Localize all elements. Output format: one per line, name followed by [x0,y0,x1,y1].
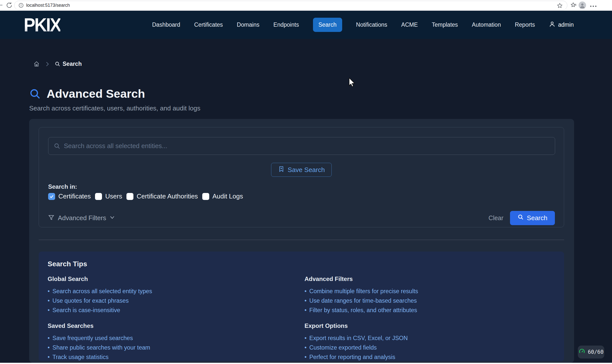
search-icon [55,61,60,67]
tip-item: Search is case-insensitive [48,305,305,315]
breadcrumb-current: Search [63,61,82,67]
tip-item: Filter by status, roles, and other attri… [305,305,564,315]
chevron-down-icon [110,216,115,220]
page-title: Advanced Search [47,87,145,100]
back-button-stub[interactable] [0,5,2,5]
search-input[interactable] [48,137,555,155]
nav-certificates[interactable]: Certificates [194,21,223,28]
nav-dashboard[interactable]: Dashboard [152,21,180,28]
nav-templates[interactable]: Templates [432,21,458,28]
tip-item: Search across all selected entity types [48,286,305,296]
tip-item: Share public searches with your team [48,343,305,352]
tip-item: Use date ranges for time-based searches [305,296,564,305]
browser-menu-icon[interactable] [590,4,597,8]
tip-item: Perfect for reporting and analysis [305,352,564,362]
checkbox-certificate-authorities[interactable]: Certificate Authorities [126,192,198,200]
nav-links: Dashboard Certificates Domains Endpoints… [152,11,574,39]
checkbox-users[interactable]: Users [95,192,122,200]
tips-section-export-options: Export Options Export results in CSV, Ex… [305,322,564,362]
checkbox-audit-logs[interactable]: Audit Logs [202,192,243,200]
checkbox-unchecked[interactable] [95,193,102,200]
entity-checkboxes: Certificates Users Certificate Authoriti… [48,192,243,200]
tips-section-advanced-filters: Advanced Filters Combine multiple filter… [305,275,564,315]
window-bottom-edge [0,363,612,364]
section-divider [39,240,564,240]
browser-chrome: localhost:5173/search [0,0,612,11]
app-logo[interactable]: PKIX [24,14,60,35]
checkbox-certificates[interactable]: Certificates [48,192,91,200]
refresh-icon[interactable] [6,2,12,9]
browser-profile-avatar[interactable] [579,1,586,9]
page-header: Advanced Search Search across certificat… [29,87,200,112]
nav-acme[interactable]: ACME [401,21,418,28]
page-subtitle: Search across certificates, users, autho… [29,104,200,112]
nav-reports[interactable]: Reports [515,21,535,28]
save-search-button[interactable]: Save Search [271,163,332,177]
tips-section-saved-searches: Saved Searches Save frequently used sear… [48,322,305,362]
nav-domains[interactable]: Domains [237,21,260,28]
clear-button[interactable]: Clear [489,214,504,222]
tips-title: Search Tips [48,260,564,268]
search-in-label: Search in: [48,183,77,190]
user-name: admin [558,21,574,28]
search-icon [517,214,524,222]
search-icon [29,88,41,99]
rate-limit-badge: 60/60 [578,346,604,359]
tip-item: Customize exported fields [305,343,564,352]
search-form-card: Save Search Search in: Certificates User… [39,127,564,227]
advanced-filters-toggle[interactable]: Advanced Filters [48,214,115,222]
nav-user-menu[interactable]: admin [549,21,574,29]
tip-item: Use quotes for exact phrases [48,296,305,305]
checkbox-unchecked[interactable] [202,193,209,200]
user-icon [549,21,555,29]
search-button[interactable]: Search [510,211,555,225]
url-bar[interactable]: localhost:5173/search [14,1,567,10]
favorites-list-icon[interactable] [571,2,577,9]
tip-item: Track usage statistics [48,352,305,362]
bookmark-plus-icon [278,166,285,174]
mouse-cursor [349,78,357,89]
breadcrumb: Search [33,61,82,67]
bookmark-star-icon[interactable] [557,3,563,9]
nav-automation[interactable]: Automation [472,21,501,28]
site-info-icon[interactable] [18,3,24,8]
home-icon[interactable] [33,61,40,67]
top-navigation: PKIX Dashboard Certificates Domains Endp… [0,11,612,39]
search-tips-panel: Search Tips Global Search Search across … [39,252,564,361]
filter-icon [48,214,54,222]
gauge-icon [579,348,585,356]
tip-item: Save frequently used searches [48,333,305,343]
tip-item: Combine multiple filters for precise res… [305,286,564,296]
tips-section-global-search: Global Search Search across all selected… [48,275,305,315]
nav-endpoints[interactable]: Endpoints [273,21,299,28]
rate-limit-value: 60/60 [588,349,604,355]
tip-item: Export results in CSV, Excel, or JSON [305,333,564,343]
checkbox-unchecked[interactable] [126,193,133,200]
checkbox-checked[interactable] [48,193,55,200]
search-panel: Save Search Search in: Certificates User… [29,119,574,363]
chevron-right-icon [45,62,49,67]
nav-notifications[interactable]: Notifications [356,21,387,28]
url-text: localhost:5173/search [26,3,70,8]
nav-search[interactable]: Search [313,18,342,32]
